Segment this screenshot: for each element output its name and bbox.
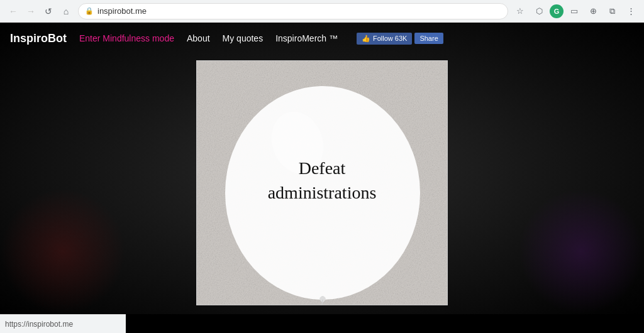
browser-toolbar: ← → ↺ ⌂ 🔒 inspirobot.me ☆ ⬡ G ▭ ⊕ ⧉ ⋮ (0, 0, 644, 23)
url-display: inspirobot.me (97, 6, 147, 16)
nav-buttons: ← → ↺ ⌂ (5, 3, 74, 19)
fb-share-button[interactable]: Share (414, 33, 443, 44)
home-icon: ⌂ (64, 6, 69, 16)
address-bar[interactable]: 🔒 inspirobot.me (78, 3, 508, 19)
reload-icon: ↺ (45, 6, 52, 16)
site-logo: InspiroBot (10, 32, 67, 45)
main-content: Defeat administrations Generate ↻ (0, 54, 644, 314)
new-tab-button[interactable]: ⊕ (585, 3, 601, 19)
lock-icon: 🔒 (85, 7, 94, 15)
site-nav: InspiroBot Enter Mindfulness mode About … (0, 23, 644, 54)
quote-line1: Defeat (299, 158, 346, 178)
forward-button[interactable]: → (23, 3, 39, 19)
bookmark-button[interactable]: ☆ (512, 3, 528, 19)
back-button[interactable]: ← (5, 3, 21, 19)
nav-about-link[interactable]: About (187, 33, 210, 43)
nav-myquotes-link[interactable]: My quotes (223, 33, 264, 43)
reload-button[interactable]: ↺ (40, 3, 57, 19)
nav-mindfulness-link[interactable]: Enter Mindfulness mode (79, 33, 174, 43)
fb-thumbs-icon: 👍 (362, 35, 370, 43)
toolbar-actions: ☆ ⬡ G ▭ ⊕ ⧉ ⋮ (512, 3, 639, 19)
menu-button[interactable]: ⋮ (623, 3, 639, 19)
home-button[interactable]: ⌂ (58, 3, 74, 19)
profile-avatar[interactable]: G (550, 4, 564, 18)
website-body: InspiroBot Enter Mindfulness mode About … (0, 23, 644, 314)
fb-buttons: 👍 Follow 63K Share (357, 33, 443, 45)
status-bar: https://inspirobot.me (0, 314, 126, 333)
forward-icon: → (26, 6, 35, 16)
balloon-quote: Defeat administrations (247, 156, 397, 205)
balloon-image: Defeat administrations (196, 60, 448, 305)
extensions-button[interactable]: ⬡ (531, 3, 547, 19)
window-button[interactable]: ⧉ (604, 3, 620, 19)
fb-follow-label: Follow 63K (373, 35, 407, 42)
status-url: https://inspirobot.me (5, 320, 73, 329)
balloon-background: Defeat administrations (197, 61, 447, 305)
quote-line2: administrations (268, 183, 377, 202)
back-icon: ← (9, 6, 18, 16)
fb-follow-button[interactable]: 👍 Follow 63K (357, 33, 412, 45)
cast-button[interactable]: ▭ (566, 3, 582, 19)
nav-merch-link[interactable]: InspiroMerch ™ (275, 33, 338, 43)
